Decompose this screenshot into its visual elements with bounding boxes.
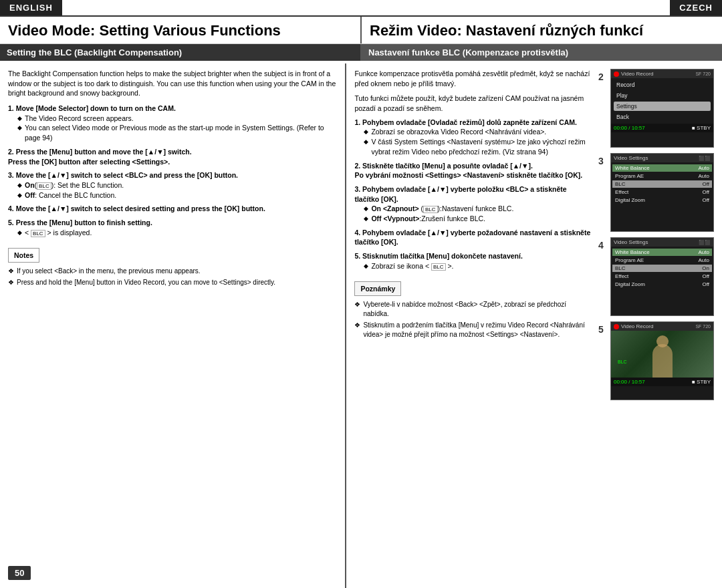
czech-step-3-sub-2: Off <Vypnout>:Zrušení funkce BLC. <box>354 214 592 224</box>
screenshot-4-number: 4 <box>598 240 604 251</box>
czech-step-2: 2. Stiskněte tlačítko [Menu] a posuňte o… <box>354 161 592 180</box>
menu-effect-4: EffectOff <box>612 273 712 280</box>
note-1: ❖ If you select <Back> in the menu, the … <box>8 267 337 276</box>
step-5-sub: < BLC > is displayed. <box>8 228 337 238</box>
english-badge: ENGLISH <box>0 0 62 15</box>
menu-back: Back <box>614 112 711 122</box>
menu-effect: EffectOff <box>612 188 712 196</box>
menu-pae-4: Program AEAuto <box>612 257 712 264</box>
czech-step-5: 5. Stisknutím tlačítka [Menu] dokončete … <box>354 251 592 271</box>
menu-wb: White BalanceAuto <box>612 164 712 172</box>
english-section-heading: Setting the BLC (Backlight Compensation) <box>0 44 362 61</box>
screenshot-2-menu: Record Play Settings Back <box>611 78 713 124</box>
section-header-row: Setting the BLC (Backlight Compensation)… <box>0 44 722 61</box>
menu-blc-4: BLCOn <box>612 265 712 272</box>
czech-step-3: 3. Pohybem ovladače [▲/▼] vyberte položk… <box>354 184 592 224</box>
right-text-content: Funkce kompenzace protisvětla pomáhá zes… <box>354 69 592 583</box>
czech-step-1-sub-1: Zobrazí se obrazovka Video Record <Nahrá… <box>354 127 592 137</box>
main-content: The Backlight Compensation function help… <box>0 63 722 588</box>
czech-step-4: 4. Pohybem ovladače [▲/▼] vyberte požado… <box>354 228 592 247</box>
czech-badge: CZECH <box>670 0 722 15</box>
screenshot-3: Video Settings ⬛⬛ White BalanceAuto Prog… <box>610 153 714 232</box>
right-column: Funkce kompenzace protisvětla pomáhá zes… <box>346 63 722 588</box>
screenshot-2: Video Record SF 720 Record Play Settings… <box>610 69 714 148</box>
czech-note-2: ❖ Stisknutím a podržením tlačítka [Menu]… <box>354 321 592 339</box>
english-title: Video Mode: Setting Various Functions <box>0 17 362 43</box>
screenshot-5-wrapper: 5 Video Record SF 720 BLC <box>610 321 714 403</box>
step-1-sub-1: The Video Record screen appears. <box>8 114 337 124</box>
step-3-sub-1: On(BLC): Set the BLC function. <box>8 180 337 190</box>
title-row: Video Mode: Setting Various Functions Re… <box>0 17 722 44</box>
header-row: ENGLISH CZECH <box>0 0 722 17</box>
screenshot-5: Video Record SF 720 BLC 00:00 / 10:57 ■ … <box>610 321 714 400</box>
czech-step-1-sub-2: V části System Settings <Nastavení systé… <box>354 137 592 156</box>
step-1-sub-2: You can select Video mode or Previous mo… <box>8 123 337 142</box>
czech-step-3-sub-1: On <Zapnout> (BLC):Nastavení funkce BLC. <box>354 204 592 214</box>
menu-blc: BLCOff <box>612 180 712 188</box>
english-steps: 1. Move [Mode Selector] down to turn on … <box>8 104 337 237</box>
step-1: 1. Move [Mode Selector] down to turn on … <box>8 104 337 143</box>
poznamky-box: Poznámky <box>354 281 401 296</box>
screenshot-4: Video Settings ⬛⬛ White BalanceAuto Prog… <box>610 237 714 316</box>
screenshot-4-header: Video Settings ⬛⬛ <box>611 238 713 247</box>
screenshots-column: 2 Video Record SF 720 Record Play Settin… <box>597 69 714 583</box>
screenshot-4-wrapper: 4 Video Settings ⬛⬛ White BalanceAuto Pr… <box>610 237 714 319</box>
menu-record: Record <box>614 80 711 90</box>
menu-dzoom-4: Digital ZoomOff <box>612 281 712 288</box>
czech-title: Režim Video: Nastavení různých funkcí <box>362 17 722 43</box>
czech-step-5-sub: Zobrazí se ikona < BLC >. <box>354 261 592 271</box>
screenshot-4-menu: White BalanceAuto Program AEAuto BLCOn E… <box>611 247 713 290</box>
screenshot-5-footer: 00:00 / 10:57 ■ STBY <box>611 378 713 386</box>
step-4: 4. Move the [▲/▼] switch to select desir… <box>8 204 337 214</box>
screenshot-5-header: Video Record SF 720 <box>611 322 713 331</box>
screenshot-2-number: 2 <box>598 71 604 82</box>
screenshot-2-wrapper: 2 Video Record SF 720 Record Play Settin… <box>610 69 714 150</box>
screenshot-5-number: 5 <box>598 324 604 335</box>
screenshot-3-header: Video Settings ⬛⬛ <box>611 154 713 162</box>
screenshot-2-header: Video Record SF 720 <box>611 69 713 78</box>
notes-content: ❖ If you select <Back> in the menu, the … <box>8 267 337 287</box>
person-body <box>652 344 673 378</box>
menu-settings: Settings <box>614 102 711 111</box>
step-3-sub-2: Off: Cancel the BLC function. <box>8 190 337 200</box>
blc-indicator: BLC <box>618 359 627 364</box>
step-5: 5. Press the [Menu] button to finish set… <box>8 218 337 237</box>
czech-note-1: ❖ Vyberete-li v nabídce možnost <Back> <… <box>354 300 592 319</box>
step-2: 2. Press the [Menu] button and move the … <box>8 147 337 166</box>
screenshot-5-video: BLC <box>611 331 713 378</box>
screenshot-3-menu: White BalanceAuto Program AEAuto BLCOff … <box>611 162 713 206</box>
page-number: 50 <box>8 566 31 580</box>
notes-box: Notes <box>8 248 39 263</box>
screenshot-3-wrapper: 3 Video Settings ⬛⬛ White BalanceAuto Pr… <box>610 153 714 235</box>
czech-steps: 1. Pohybem ovladače [Ovladač režimů] dol… <box>354 118 592 271</box>
czech-step-1: 1. Pohybem ovladače [Ovladač režimů] dol… <box>354 118 592 157</box>
menu-dzoom: Digital ZoomOff <box>612 196 712 204</box>
cam-rec-icon <box>614 71 619 77</box>
screenshot-2-footer: 00:00 / 10:57 ■ STBY <box>611 124 713 132</box>
note-2: ❖ Press and hold the [Menu] button in Vi… <box>8 278 337 287</box>
cam-rec-icon-5 <box>614 324 619 329</box>
czech-section-heading: Nastavení funkce BLC (Kompenzace protisv… <box>362 44 722 61</box>
step-3: 3. Move the [▲/▼] switch to select <BLC>… <box>8 170 337 200</box>
left-column: The Backlight Compensation function help… <box>0 63 346 588</box>
menu-pae: Program AEAuto <box>612 172 712 180</box>
english-intro: The Backlight Compensation function help… <box>8 69 337 98</box>
czech-notes-content: ❖ Vyberete-li v nabídce možnost <Back> <… <box>354 300 592 339</box>
czech-intro2: Tuto funkci můžete použít, když budete z… <box>354 94 592 113</box>
menu-play: Play <box>614 91 711 100</box>
screenshot-3-number: 3 <box>598 156 604 166</box>
menu-wb-4: White BalanceAuto <box>612 249 712 256</box>
czech-intro: Funkce kompenzace protisvětla pomáhá zes… <box>354 69 592 88</box>
